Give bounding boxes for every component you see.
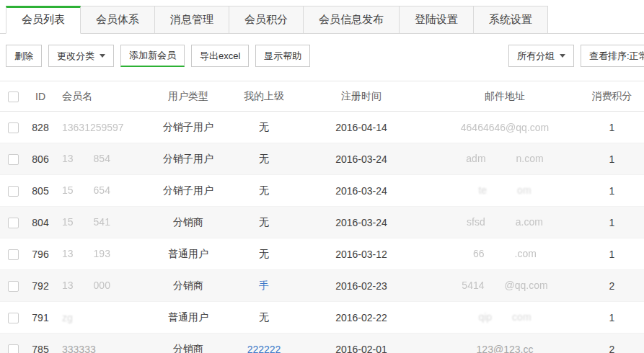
row-checkbox[interactable] xyxy=(8,281,19,292)
cell-id: 828 xyxy=(26,112,55,143)
show-help-button[interactable]: 显示帮助 xyxy=(255,45,310,67)
row-checkbox[interactable] xyxy=(8,186,19,197)
table-row: 796 13 193 普通用户 无 2016-03-12 66 .com 1 xyxy=(0,238,644,270)
row-checkbox[interactable] xyxy=(8,154,19,165)
cell-checkbox xyxy=(0,143,26,175)
cell-username: 13 854 xyxy=(55,143,141,175)
email-text: adm n.com xyxy=(466,153,543,164)
tab-login-settings[interactable]: 登陆设置 xyxy=(399,6,474,34)
row-checkbox[interactable] xyxy=(8,313,19,323)
tab-message-management[interactable]: 消息管理 xyxy=(154,6,229,34)
button-label: 更改分类 xyxy=(57,50,94,61)
superior-text: 无 xyxy=(259,184,269,196)
cell-checkbox xyxy=(0,302,26,334)
superior-text[interactable]: 222222 xyxy=(247,344,281,353)
table-row: 792 13 000 分销商 手 2016-02-23 5414 @qq.com… xyxy=(0,270,644,302)
cell-points: 2 xyxy=(580,334,644,353)
username-text: 13 000 xyxy=(62,280,110,291)
cell-register-time: 2016-02-23 xyxy=(293,270,430,302)
cell-checkbox xyxy=(0,112,26,143)
button-label: 查看排序:正常排序 xyxy=(589,50,644,61)
button-label: 删除 xyxy=(14,50,33,61)
row-checkbox[interactable] xyxy=(8,122,19,133)
cell-user-type: 分销子用户 xyxy=(141,175,235,207)
toolbar: 删除更改分类添加新会员导出excel显示帮助 所有分组查看排序:正常排序 xyxy=(6,45,638,67)
cell-username: 15 541 xyxy=(55,207,141,238)
cell-register-time: 2016-03-24 xyxy=(293,175,430,207)
tab-member-system[interactable]: 会员体系 xyxy=(80,6,155,34)
cell-register-time: 2016-03-24 xyxy=(293,143,430,175)
superior-text: 无 xyxy=(259,121,269,133)
cell-register-time: 2016-03-12 xyxy=(293,238,430,270)
cell-points: 1 xyxy=(580,238,644,270)
superior-text[interactable]: 手 xyxy=(259,280,269,291)
cell-username: zg xyxy=(55,302,141,334)
cell-username: 13631259597 xyxy=(55,112,141,143)
cell-superior: 无 xyxy=(235,207,293,238)
cell-id: 796 xyxy=(26,238,55,270)
row-checkbox[interactable] xyxy=(8,249,19,260)
cell-checkbox xyxy=(0,207,26,238)
row-checkbox[interactable] xyxy=(8,218,19,228)
table-row: 828 13631259597 分销子用户 无 2016-04-14 46464… xyxy=(0,112,644,143)
username-text: 13 854 xyxy=(62,153,110,164)
cell-user-type: 普通用户 xyxy=(141,238,235,270)
cell-register-time: 2016-02-22 xyxy=(293,302,430,334)
table-row: 805 15 654 分销子用户 无 2016-03-24 te om 1 xyxy=(0,175,644,207)
cell-id: 804 xyxy=(26,207,55,238)
cell-superior: 手 xyxy=(235,270,293,302)
member-table: ID会员名用户类型我的上级注册时间邮件地址消费积分 828 1363125959… xyxy=(0,81,644,353)
table-row: 791 zg 普通用户 无 2016-02-22 qip com 1 xyxy=(0,302,644,334)
all-groups-button[interactable]: 所有分组 xyxy=(508,45,574,67)
superior-text: 无 xyxy=(259,153,269,164)
change-category-button[interactable]: 更改分类 xyxy=(48,45,114,67)
toolbar-right: 所有分组查看排序:正常排序 xyxy=(508,45,644,67)
cell-user-type: 分销子用户 xyxy=(141,143,235,175)
column-header-email: 邮件地址 xyxy=(430,81,580,112)
email-text: 5414 @qq.com xyxy=(462,280,547,291)
cell-points: 1 xyxy=(580,302,644,334)
table-row: 785 333333 分销商 222222 2016-02-01 123@123… xyxy=(0,334,644,353)
tab-system-settings[interactable]: 系统设置 xyxy=(473,6,548,34)
add-member-button[interactable]: 添加新会员 xyxy=(120,45,185,67)
tab-member-info-publish[interactable]: 会员信息发布 xyxy=(303,6,400,34)
cell-superior: 222222 xyxy=(235,334,293,353)
table-header-row: ID会员名用户类型我的上级注册时间邮件地址消费积分 xyxy=(0,81,644,112)
cell-email: 46464646@qq.com xyxy=(430,112,580,143)
cell-user-type: 分销商 xyxy=(141,270,235,302)
cell-checkbox xyxy=(0,334,26,353)
cell-points: 2 xyxy=(580,270,644,302)
button-label: 所有分组 xyxy=(517,50,555,61)
cell-id: 791 xyxy=(26,302,55,334)
tab-bar: 会员列表会员体系消息管理会员积分会员信息发布登陆设置系统设置 xyxy=(0,0,644,34)
tab-member-points[interactable]: 会员积分 xyxy=(229,6,304,34)
cell-email: 66 .com xyxy=(430,238,580,270)
column-header-id: ID xyxy=(26,81,55,112)
cell-username: 13 000 xyxy=(55,270,141,302)
email-text: 66 .com xyxy=(473,248,537,259)
username-text: 15 654 xyxy=(62,184,110,196)
view-sort-button[interactable]: 查看排序:正常排序 xyxy=(581,45,644,67)
cell-points: 1 xyxy=(580,175,644,207)
email-text: sfsd a.com xyxy=(467,216,543,228)
table-row: 806 13 854 分销子用户 无 2016-03-24 adm n.com … xyxy=(0,143,644,175)
superior-text: 无 xyxy=(259,311,269,323)
cell-checkbox xyxy=(0,175,26,207)
cell-user-type: 分销商 xyxy=(141,207,235,238)
tab-member-list[interactable]: 会员列表 xyxy=(6,6,81,34)
cell-email: sfsd a.com xyxy=(430,207,580,238)
cell-superior: 无 xyxy=(235,112,293,143)
delete-button[interactable]: 删除 xyxy=(6,45,42,67)
button-label: 显示帮助 xyxy=(264,50,301,61)
row-checkbox[interactable] xyxy=(8,344,19,353)
cell-register-time: 2016-04-14 xyxy=(293,112,430,143)
cell-id: 806 xyxy=(26,143,55,175)
email-text: qip com xyxy=(478,311,531,323)
select-all-checkbox[interactable] xyxy=(8,91,19,102)
email-text: 123@123.cc xyxy=(477,344,534,353)
export-excel-button[interactable]: 导出excel xyxy=(191,45,249,67)
cell-email: te om xyxy=(430,175,580,207)
cell-id: 792 xyxy=(26,270,55,302)
cell-points: 1 xyxy=(580,112,644,143)
table-body: 828 13631259597 分销子用户 无 2016-04-14 46464… xyxy=(0,112,644,353)
